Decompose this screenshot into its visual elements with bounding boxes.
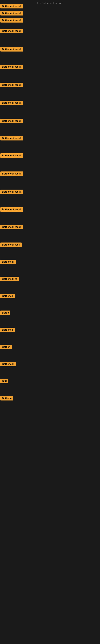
bottleneck-item-14: Bottleneck result [0, 207, 23, 212]
cursor-line [1, 416, 1, 419]
bottleneck-item-6: Bottleneck result [0, 64, 23, 69]
bottleneck-item-15: Bottleneck result [0, 225, 23, 229]
bottleneck-item-21: Bottlenec [0, 328, 15, 332]
bottleneck-badge[interactable]: Bottle [0, 310, 10, 315]
site-title: TheBottlenecker.com [37, 2, 63, 5]
bottleneck-badge[interactable]: Bottleneck resu [0, 242, 22, 247]
bottleneck-item-17: Bottleneck [0, 260, 16, 264]
bottleneck-badge[interactable]: Bottleneck result [0, 64, 23, 69]
bottleneck-badge[interactable]: Bottleneck result [0, 18, 23, 22]
bottleneck-badge[interactable]: Bott [0, 379, 8, 384]
bottleneck-badge[interactable]: Bottlenec [0, 328, 15, 332]
bottleneck-item-11: Bottleneck result [0, 153, 23, 158]
bottleneck-item-19: Bottlenec [0, 294, 15, 298]
bottleneck-badge[interactable]: Bottleneck result [0, 225, 23, 229]
bottleneck-badge[interactable]: Bottleneck result [0, 136, 23, 140]
bottleneck-badge[interactable]: Bottleneck result [0, 29, 23, 33]
bottleneck-badge[interactable]: Bottleneck result [0, 153, 23, 158]
bottleneck-item-7: Bottleneck result [0, 83, 23, 87]
bottleneck-item-5: Bottleneck result [0, 47, 23, 52]
bottleneck-badge[interactable]: Bottleneck [0, 260, 16, 264]
bottleneck-badge[interactable]: Bottleneck result [0, 11, 23, 16]
trailing-char: c [1, 516, 2, 518]
bottleneck-item-1: Bottleneck result [0, 4, 23, 8]
bottleneck-item-24: Bott [0, 379, 8, 384]
bottleneck-item-10: Bottleneck result [0, 136, 23, 140]
bottleneck-badge[interactable]: Bottleneck result [0, 47, 23, 52]
bottleneck-item-9: Bottleneck result [0, 119, 23, 123]
bottleneck-item-12: Bottleneck result [0, 172, 23, 176]
bottleneck-item-8: Bottleneck result [0, 100, 23, 105]
bottleneck-item-13: Bottleneck result [0, 190, 23, 194]
bottleneck-badge[interactable]: Bottlen [0, 345, 12, 349]
bottleneck-item-25: Bottlene [0, 396, 13, 400]
bottleneck-item-4: Bottleneck result [0, 29, 23, 33]
bottleneck-badge[interactable]: Bottleneck re [0, 277, 19, 281]
bottleneck-item-3: Bottleneck result [0, 18, 23, 22]
bottleneck-badge[interactable]: Bottleneck result [0, 119, 23, 123]
bottleneck-item-20: Bottle [0, 310, 10, 315]
bottleneck-item-22: Bottlen [0, 345, 12, 349]
bottleneck-badge[interactable]: Bottleneck result [0, 83, 23, 87]
bottleneck-badge[interactable]: Bottleneck result [0, 207, 23, 212]
bottleneck-badge[interactable]: Bottleneck result [0, 100, 23, 105]
bottleneck-item-2: Bottleneck result [0, 11, 23, 16]
bottleneck-item-23: Bottleneck [0, 362, 16, 366]
bottleneck-item-16: Bottleneck resu [0, 242, 22, 247]
bottleneck-badge[interactable]: Bottleneck result [0, 190, 23, 194]
bottleneck-badge[interactable]: Bottleneck result [0, 4, 23, 8]
bottleneck-badge[interactable]: Bottleneck result [0, 172, 23, 176]
bottleneck-item-18: Bottleneck re [0, 277, 19, 281]
bottleneck-badge[interactable]: Bottlenec [0, 294, 15, 298]
bottleneck-badge[interactable]: Bottleneck [0, 362, 16, 366]
bottleneck-badge[interactable]: Bottlene [0, 396, 13, 400]
